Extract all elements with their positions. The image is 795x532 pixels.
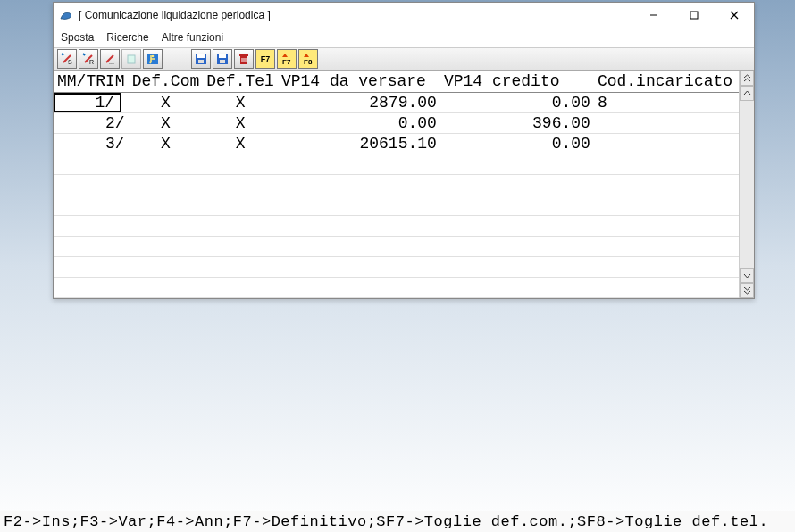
cell-defcom[interactable] [129, 154, 204, 174]
cell-mm[interactable] [54, 256, 129, 277]
cell-deftel[interactable] [203, 236, 278, 256]
cell-deftel[interactable] [203, 215, 278, 236]
table-row[interactable] [54, 236, 739, 256]
vertical-scrollbar[interactable] [739, 71, 754, 298]
selected-cell[interactable]: 1/ [54, 93, 121, 112]
cell-deftel[interactable] [203, 195, 278, 215]
cell-mm[interactable] [54, 236, 129, 256]
data-grid[interactable]: MM/TRIM Def.Com Def.Tel VP14 da versare … [54, 71, 739, 298]
cell-credito[interactable] [440, 215, 594, 236]
toolbar-tools-more-icon[interactable]: ... [100, 49, 120, 69]
close-button[interactable] [714, 3, 754, 28]
toolbar-f7-up-button[interactable]: F7 [277, 49, 297, 69]
cell-versare[interactable] [278, 277, 440, 297]
col-defcom[interactable]: Def.Com [129, 71, 204, 92]
scroll-track[interactable] [740, 101, 754, 268]
cell-cod[interactable] [594, 236, 739, 256]
cell-credito[interactable]: 396.00 [440, 112, 594, 133]
table-row[interactable] [54, 174, 739, 195]
cell-defcom[interactable] [129, 195, 204, 215]
cell-defcom[interactable]: X [129, 112, 204, 133]
cell-versare[interactable]: 0.00 [278, 112, 440, 133]
toolbar-tools-icon[interactable]: S [57, 49, 77, 69]
cell-deftel[interactable]: X [203, 133, 278, 154]
cell-versare[interactable] [278, 174, 440, 195]
table-row[interactable] [54, 277, 739, 297]
toolbar-f7-button[interactable]: F7 [255, 49, 275, 69]
cell-cod[interactable] [594, 133, 739, 154]
toolbar-save2-icon[interactable] [213, 49, 232, 69]
cell-credito[interactable] [440, 236, 594, 256]
cell-credito[interactable]: 0.00 [440, 133, 594, 154]
cell-mm[interactable] [54, 174, 129, 195]
scroll-down-icon[interactable] [740, 268, 754, 283]
cell-credito[interactable] [440, 256, 594, 277]
cell-versare[interactable] [278, 154, 440, 174]
toolbar-clipboard-icon[interactable] [121, 49, 141, 69]
cell-credito[interactable]: 0.00 [440, 92, 594, 112]
cell-versare[interactable]: 20615.10 [278, 133, 440, 154]
col-cod[interactable]: Cod.incaricato [594, 71, 739, 92]
cell-mm[interactable]: 1/ [54, 92, 129, 112]
toolbar-save-icon[interactable] [191, 49, 211, 69]
table-row[interactable] [54, 256, 739, 277]
cell-versare[interactable] [278, 236, 440, 256]
table-row[interactable] [54, 154, 739, 174]
menu-ricerche[interactable]: Ricerche [106, 31, 148, 44]
cell-deftel[interactable] [203, 277, 278, 297]
cell-versare[interactable] [278, 256, 440, 277]
cell-defcom[interactable] [129, 215, 204, 236]
menu-sposta[interactable]: Sposta [61, 31, 94, 44]
cell-cod[interactable] [594, 174, 739, 195]
cell-cod[interactable] [594, 215, 739, 236]
toolbar-delete-icon[interactable] [234, 49, 254, 69]
cell-mm[interactable] [54, 154, 129, 174]
cell-defcom[interactable]: X [129, 92, 204, 112]
table-row[interactable]: 3/XX20615.100.00 [54, 133, 739, 154]
cell-mm[interactable] [54, 215, 129, 236]
cell-credito[interactable] [440, 174, 594, 195]
cell-mm[interactable] [54, 195, 129, 215]
cell-mm[interactable]: 3/ [54, 133, 129, 154]
cell-cod[interactable] [594, 154, 739, 174]
menu-altre-funzioni[interactable]: Altre funzioni [162, 31, 223, 44]
toolbar-tools-r-icon[interactable]: R [79, 49, 98, 69]
cell-defcom[interactable] [129, 256, 204, 277]
cell-deftel[interactable] [203, 174, 278, 195]
scroll-up-double-icon[interactable] [740, 71, 754, 86]
cell-credito[interactable] [440, 154, 594, 174]
scroll-down-double-icon[interactable] [740, 283, 754, 298]
cell-mm[interactable]: 2/ [54, 112, 129, 133]
cell-defcom[interactable] [129, 236, 204, 256]
cell-cod[interactable] [594, 256, 739, 277]
table-row[interactable]: 2/XX0.00396.00 [54, 112, 739, 133]
cell-defcom[interactable]: X [129, 133, 204, 154]
table-row[interactable]: 1/XX2879.000.008 [54, 92, 739, 112]
scroll-up-icon[interactable] [740, 86, 754, 101]
cell-versare[interactable]: 2879.00 [278, 92, 440, 112]
cell-deftel[interactable]: X [203, 92, 278, 112]
cell-deftel[interactable]: X [203, 112, 278, 133]
table-row[interactable] [54, 195, 739, 215]
cell-cod[interactable] [594, 195, 739, 215]
cell-versare[interactable] [278, 195, 440, 215]
cell-deftel[interactable] [203, 256, 278, 277]
cell-mm[interactable] [54, 277, 129, 297]
minimize-button[interactable] [633, 3, 674, 28]
cell-cod[interactable] [594, 277, 739, 297]
toolbar-exit-icon[interactable] [143, 49, 163, 69]
cell-defcom[interactable] [129, 277, 204, 297]
cell-credito[interactable] [440, 195, 594, 215]
col-deftel[interactable]: Def.Tel [203, 71, 278, 92]
cell-defcom[interactable] [129, 174, 204, 195]
cell-cod[interactable]: 8 [594, 92, 739, 112]
maximize-button[interactable] [674, 3, 714, 28]
cell-credito[interactable] [440, 277, 594, 297]
col-versare[interactable]: VP14 da versare [278, 71, 440, 92]
table-row[interactable] [54, 215, 739, 236]
col-credito[interactable]: VP14 credito [440, 71, 594, 92]
cell-versare[interactable] [278, 215, 440, 236]
col-mmtrim[interactable]: MM/TRIM [54, 71, 129, 92]
cell-deftel[interactable] [203, 154, 278, 174]
cell-cod[interactable] [594, 112, 739, 133]
